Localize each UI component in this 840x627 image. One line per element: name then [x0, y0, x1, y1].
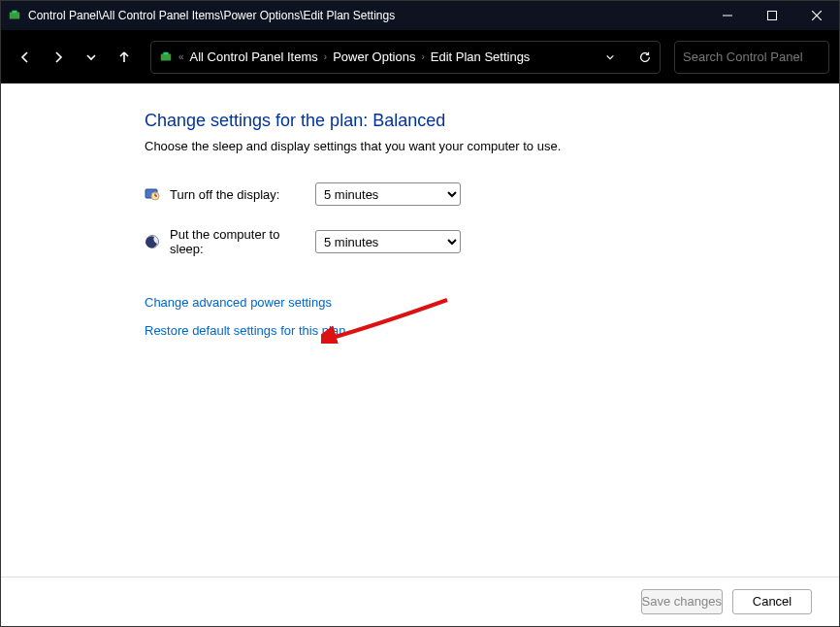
save-button: Save changes: [641, 589, 723, 614]
breadcrumb-item[interactable]: All Control Panel Items: [190, 50, 318, 64]
dropdown-button[interactable]: [605, 52, 615, 62]
breadcrumb-item[interactable]: Power Options: [333, 50, 415, 64]
window-title: Control Panel\All Control Panel Items\Po…: [24, 9, 705, 22]
titlebar: Control Panel\All Control Panel Items\Po…: [1, 1, 839, 30]
display-label: Turn off the display:: [170, 187, 315, 202]
display-row: Turn off the display: 5 minutes: [145, 182, 839, 206]
display-timeout-select[interactable]: 5 minutes: [315, 182, 461, 206]
address-bar[interactable]: « All Control Panel Items › Power Option…: [150, 41, 661, 74]
sleep-timeout-select[interactable]: 5 minutes: [315, 230, 461, 253]
forward-button[interactable]: [44, 43, 73, 72]
svg-rect-7: [163, 51, 168, 54]
up-button[interactable]: [110, 43, 139, 72]
cancel-button[interactable]: Cancel: [732, 589, 812, 614]
page-description: Choose the sleep and display settings th…: [145, 139, 839, 153]
footer: Save changes Cancel: [1, 577, 839, 625]
chevron-right-icon: ›: [421, 51, 424, 62]
content-area: Change settings for the plan: Balanced C…: [1, 83, 839, 577]
breadcrumb-item[interactable]: Edit Plan Settings: [431, 50, 531, 64]
minimize-button[interactable]: [705, 1, 750, 30]
sleep-label: Put the computer to sleep:: [170, 227, 315, 256]
search-box[interactable]: [674, 41, 829, 74]
close-button[interactable]: [794, 1, 839, 30]
page-heading: Change settings for the plan: Balanced: [145, 111, 839, 131]
svg-rect-6: [161, 53, 172, 60]
sleep-row: Put the computer to sleep: 5 minutes: [145, 227, 839, 256]
app-icon: [5, 9, 24, 22]
back-button[interactable]: [11, 43, 40, 72]
restore-defaults-link[interactable]: Restore default settings for this plan: [145, 323, 839, 338]
svg-rect-3: [768, 12, 777, 20]
sleep-icon: [145, 234, 160, 249]
recent-locations-button[interactable]: [77, 43, 106, 72]
refresh-button[interactable]: [638, 50, 652, 64]
chevron-left-icon: «: [178, 51, 184, 62]
advanced-settings-link[interactable]: Change advanced power settings: [145, 295, 839, 310]
display-icon: [145, 186, 160, 202]
chevron-right-icon: ›: [324, 51, 327, 62]
maximize-button[interactable]: [750, 1, 794, 30]
search-input[interactable]: [683, 50, 840, 64]
address-icon: [159, 50, 173, 64]
svg-rect-1: [12, 11, 16, 14]
svg-rect-0: [10, 13, 20, 19]
toolbar: « All Control Panel Items › Power Option…: [1, 30, 839, 83]
